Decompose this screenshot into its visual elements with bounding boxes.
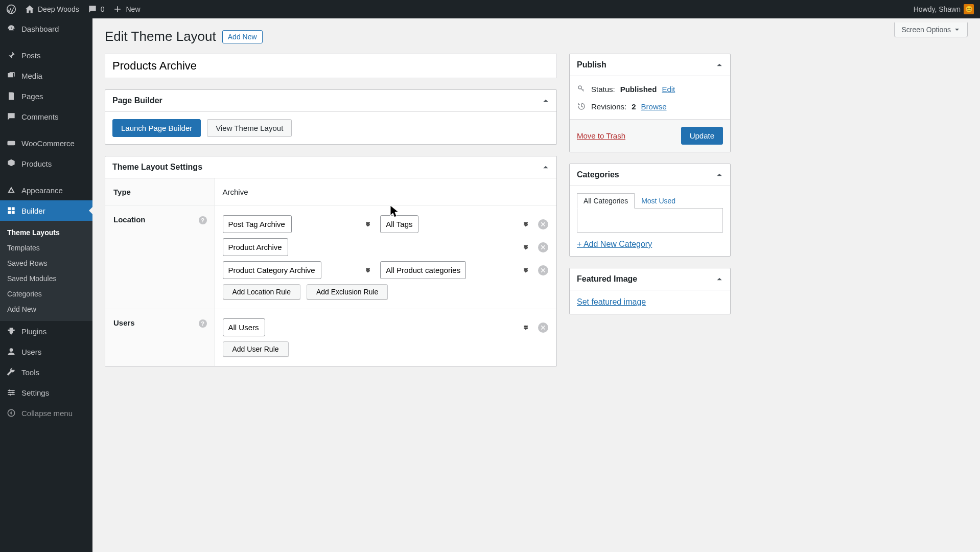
location-select-2[interactable]: Product Archive (223, 238, 288, 256)
browse-revisions-link[interactable]: Browse (641, 102, 667, 111)
settings-title: Theme Layout Settings (112, 163, 202, 172)
admin-sidebar: Dashboard Posts Media Pages Comments Woo… (0, 18, 92, 552)
featured-image-postbox: Featured Image Set featured image (569, 268, 731, 314)
new-content-link[interactable]: New (112, 4, 140, 14)
toggle-up-icon[interactable] (716, 171, 723, 178)
categories-postbox: Categories All Categories Most Used + Ad… (569, 164, 731, 257)
featured-image-title: Featured Image (577, 274, 637, 284)
launch-page-builder-button[interactable]: Launch Page Builder (112, 119, 201, 137)
screen-options-wrap: Screen Options (894, 22, 968, 37)
publish-postbox: Publish Status: Published Edit Revisions… (569, 54, 731, 152)
site-home-link[interactable]: Deep Woods (25, 4, 79, 14)
status-value: Published (620, 85, 657, 94)
publish-title: Publish (577, 60, 606, 70)
users-icon (6, 347, 16, 357)
admin-bar: Deep Woods 0 New Howdy, Shawn 😊 (0, 0, 980, 18)
location-select-3a[interactable]: Product Category Archive (223, 261, 321, 279)
location-label: Location ? (105, 206, 214, 309)
toggle-up-icon[interactable] (542, 97, 549, 104)
post-title-input[interactable] (105, 54, 557, 78)
svg-point-10 (9, 389, 10, 391)
submenu-saved-rows[interactable]: Saved Rows (0, 256, 92, 271)
add-exclusion-rule-button[interactable]: Add Exclusion Rule (307, 284, 388, 300)
wp-logo[interactable] (6, 4, 16, 14)
sidebar-item-dashboard[interactable]: Dashboard (0, 18, 92, 39)
comments-link[interactable]: 0 (87, 4, 105, 14)
toggle-up-icon[interactable] (716, 61, 723, 68)
sidebar-collapse[interactable]: Collapse menu (0, 403, 92, 423)
tab-most-used[interactable]: Most Used (635, 193, 682, 209)
location-rule-3: Product Category Archive All Product cat… (223, 261, 549, 279)
help-icon[interactable]: ? (199, 319, 207, 328)
location-rule-2: Product Archive ✕ (223, 238, 549, 256)
pin-icon (6, 50, 16, 60)
user-menu[interactable]: Howdy, Shawn 😊 (914, 4, 974, 14)
page-builder-title: Page Builder (112, 96, 162, 105)
remove-rule-icon[interactable]: ✕ (538, 323, 548, 333)
sidebar-item-tools[interactable]: Tools (0, 362, 92, 382)
submenu-categories[interactable]: Categories (0, 286, 92, 302)
chevron-down-icon (954, 27, 960, 33)
page-builder-postbox: Page Builder Launch Page Builder View Th… (105, 89, 557, 145)
toggle-up-icon[interactable] (542, 164, 549, 171)
builder-submenu: Theme Layouts Templates Saved Rows Saved… (0, 221, 92, 321)
svg-rect-3 (12, 207, 15, 210)
user-select[interactable]: All Users (223, 318, 265, 336)
submenu-saved-modules[interactable]: Saved Modules (0, 271, 92, 286)
sidebar-item-media[interactable]: Media (0, 65, 92, 86)
revisions-label: Revisions: (591, 102, 626, 111)
help-icon[interactable]: ? (199, 216, 207, 224)
submenu-theme-layouts[interactable]: Theme Layouts (0, 225, 92, 240)
sidebar-item-pages[interactable]: Pages (0, 86, 92, 106)
appearance-icon (6, 185, 16, 195)
svg-rect-2 (8, 207, 11, 210)
svg-point-12 (10, 394, 11, 396)
plugins-icon (6, 326, 16, 336)
remove-rule-icon[interactable]: ✕ (538, 219, 548, 229)
edit-status-link[interactable]: Edit (662, 85, 675, 94)
media-icon (6, 71, 16, 81)
tools-icon (6, 367, 16, 377)
revisions-count: 2 (632, 102, 636, 111)
sidebar-item-builder[interactable]: Builder (0, 200, 92, 221)
sidebar-item-plugins[interactable]: Plugins (0, 321, 92, 341)
theme-layout-settings-postbox: Theme Layout Settings Type Archive Locat… (105, 156, 557, 366)
woocommerce-icon (6, 138, 16, 148)
new-label: New (126, 5, 140, 13)
builder-icon (6, 205, 16, 216)
add-user-rule-button[interactable]: Add User Rule (223, 341, 289, 357)
add-location-rule-button[interactable]: Add Location Rule (223, 284, 300, 300)
sidebar-item-settings[interactable]: Settings (0, 382, 92, 403)
move-to-trash-link[interactable]: Move to Trash (577, 131, 625, 140)
comment-icon (87, 4, 98, 14)
submenu-add-new[interactable]: Add New (0, 302, 92, 317)
update-button[interactable]: Update (681, 127, 723, 145)
toggle-up-icon[interactable] (716, 275, 723, 283)
view-theme-layout-button[interactable]: View Theme Layout (207, 119, 292, 137)
type-label: Type (105, 178, 214, 206)
sidebar-item-posts[interactable]: Posts (0, 45, 92, 65)
categories-title: Categories (577, 170, 619, 179)
users-label: Users ? (105, 309, 214, 366)
sidebar-item-users[interactable]: Users (0, 341, 92, 362)
add-new-button[interactable]: Add New (222, 30, 263, 43)
sidebar-item-comments[interactable]: Comments (0, 106, 92, 127)
type-value: Archive (214, 178, 556, 206)
remove-rule-icon[interactable]: ✕ (538, 242, 548, 252)
sidebar-item-appearance[interactable]: Appearance (0, 180, 92, 200)
status-label: Status: (591, 85, 615, 94)
add-new-category-link[interactable]: + Add New Category (577, 240, 652, 248)
screen-options-button[interactable]: Screen Options (894, 22, 968, 37)
location-select-1b[interactable]: All Tags (380, 215, 418, 233)
comments-icon (6, 111, 16, 122)
sidebar-item-products[interactable]: Products (0, 153, 92, 174)
set-featured-image-link[interactable]: Set featured image (577, 297, 646, 306)
sidebar-item-woocommerce[interactable]: WooCommerce (0, 133, 92, 153)
page-title: Edit Theme Layout (105, 29, 216, 44)
remove-rule-icon[interactable]: ✕ (538, 265, 548, 275)
main-content: Screen Options Edit Theme Layout Add New… (92, 18, 980, 552)
submenu-templates[interactable]: Templates (0, 240, 92, 256)
tab-all-categories[interactable]: All Categories (577, 193, 635, 209)
location-select-1a[interactable]: Post Tag Archive (223, 215, 292, 233)
location-select-3b[interactable]: All Product categories (380, 261, 466, 279)
